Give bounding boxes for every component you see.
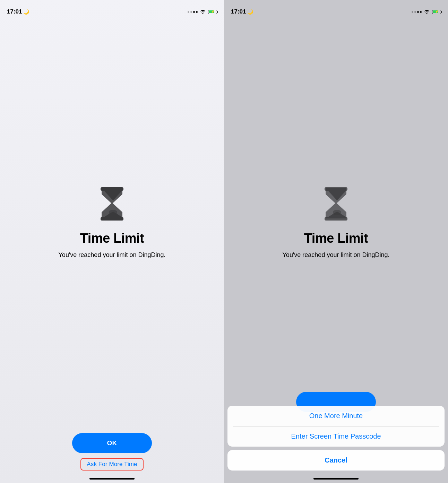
right-dot-1 — [412, 11, 413, 13]
svg-point-5 — [333, 210, 341, 215]
left-status-icons: ⚡ — [188, 9, 217, 15]
svg-rect-3 — [325, 187, 347, 191]
right-time-text: 17:01 — [231, 8, 246, 15]
right-wifi-icon — [424, 9, 430, 15]
wifi-icon — [200, 9, 206, 15]
right-subtitle: You've reached your limit on DingDing. — [283, 251, 390, 259]
cancel-button[interactable]: Cancel — [227, 450, 445, 471]
right-battery-icon: ⚡ — [432, 10, 441, 14]
right-hourglass-icon — [320, 187, 352, 221]
left-panel: 17:01 🌙 ⚡ — [0, 0, 224, 483]
ok-button[interactable]: OK — [72, 433, 152, 453]
right-panel: 17:01 🌙 ⚡ — [224, 0, 448, 483]
right-battery-tip — [441, 11, 442, 13]
right-dot-3 — [417, 11, 419, 13]
left-bottom-area: OK Ask For More Time — [0, 433, 224, 483]
svg-rect-1 — [101, 217, 123, 221]
left-status-bar: 17:01 🌙 ⚡ — [0, 0, 224, 19]
ask-more-time-button[interactable]: Ask For More Time — [80, 458, 143, 471]
battery-icon: ⚡ — [208, 10, 217, 14]
left-subtitle: You've reached your limit on DingDing. — [59, 251, 166, 259]
signal-dots — [188, 11, 198, 13]
enter-passcode-button[interactable]: Enter Screen Time Passcode — [227, 426, 445, 447]
right-moon-icon: 🌙 — [247, 9, 253, 15]
right-home-indicator — [313, 478, 359, 480]
action-sheet-cancel-group: Cancel — [227, 450, 445, 471]
action-sheet-group: One More Minute Enter Screen Time Passco… — [227, 406, 445, 447]
right-status-bar: 17:01 🌙 ⚡ — [224, 0, 448, 19]
right-status-icons: ⚡ — [412, 9, 441, 15]
left-moon-icon: 🌙 — [23, 9, 29, 15]
right-title: Time Limit — [304, 231, 368, 246]
svg-rect-0 — [101, 187, 123, 191]
battery-tip — [217, 11, 218, 13]
dot-1 — [188, 11, 189, 13]
svg-rect-4 — [325, 217, 347, 221]
right-dot-4 — [420, 11, 422, 13]
right-dot-2 — [414, 11, 416, 13]
dot-3 — [193, 11, 195, 13]
right-time: 17:01 🌙 — [231, 8, 253, 15]
left-time-text: 17:01 — [7, 8, 22, 15]
left-content: Time Limit You've reached your limit on … — [59, 19, 166, 483]
svg-point-2 — [109, 210, 117, 215]
hourglass-icon — [96, 187, 128, 221]
bolt-icon: ⚡ — [211, 10, 215, 14]
right-bolt-icon: ⚡ — [435, 10, 439, 14]
left-title: Time Limit — [80, 231, 144, 246]
action-sheet: One More Minute Enter Screen Time Passco… — [224, 406, 448, 483]
dot-2 — [190, 11, 192, 13]
dot-4 — [196, 11, 198, 13]
one-more-minute-button[interactable]: One More Minute — [227, 406, 445, 426]
right-signal-dots — [412, 11, 422, 13]
left-home-indicator — [89, 478, 135, 480]
left-time: 17:01 🌙 — [7, 8, 29, 15]
